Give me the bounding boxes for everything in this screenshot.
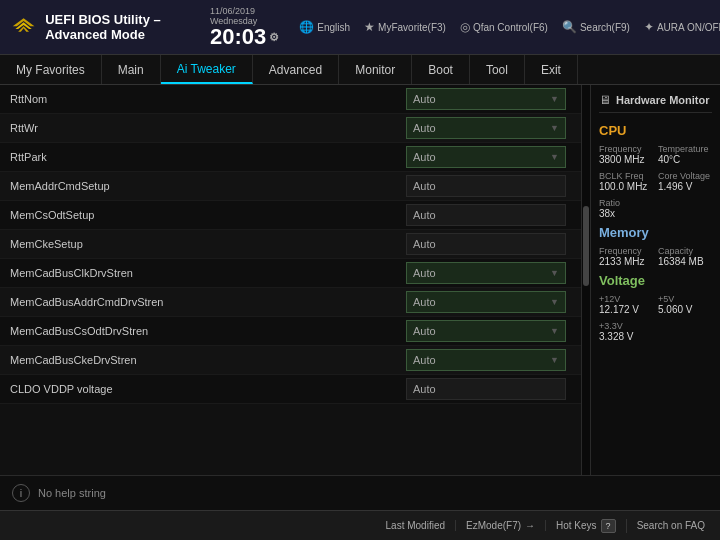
settings-panel: RttNom Auto ▼ RttWr Auto ▼ RttPark — [0, 85, 582, 475]
cpu-temp-label-cell: Temperature 40°C — [658, 144, 712, 165]
memcadcke-dropdown[interactable]: Auto ▼ — [406, 349, 566, 371]
setting-row-cldovddp: CLDO VDDP voltage Auto — [0, 375, 581, 404]
navigation-bar: My Favorites Main Ai Tweaker Advanced Mo… — [0, 55, 720, 85]
bottom-bar-inner: Last Modified EzMode(F7) → Hot Keys ? Se… — [0, 519, 720, 533]
time-value: 20:03 — [210, 26, 266, 48]
rttpark-label: RttPark — [10, 151, 406, 163]
nav-ai-tweaker[interactable]: Ai Tweaker — [161, 55, 253, 84]
dropdown-arrow: ▼ — [550, 94, 559, 104]
dropdown-arrow: ▼ — [550, 297, 559, 307]
setting-row-memcadaddrcmd: MemCadBusAddrCmdDrvStren Auto ▼ — [0, 288, 581, 317]
monitor-display-icon: 🖥 — [599, 93, 611, 107]
memaddrcmd-value: Auto — [406, 175, 571, 197]
memcadclk-label: MemCadBusClkDrvStren — [10, 267, 406, 279]
favorite-icon: ★ — [364, 20, 375, 34]
bclk-cell: BCLK Freq 100.0 MHz — [599, 171, 653, 192]
setting-row-memcsodt: MemCsOdtSetup Auto — [0, 201, 581, 230]
memcadcsodt-value[interactable]: Auto ▼ — [406, 320, 571, 342]
memcadaddrcmd-dropdown[interactable]: Auto ▼ — [406, 291, 566, 313]
cldovddp-value: Auto — [406, 378, 571, 400]
hotkeys-item[interactable]: Hot Keys ? — [546, 519, 627, 533]
memcadcke-value[interactable]: Auto ▼ — [406, 349, 571, 371]
nav-my-favorites[interactable]: My Favorites — [0, 55, 102, 84]
rttwr-label: RttWr — [10, 122, 406, 134]
bottom-bar: Last Modified EzMode(F7) → Hot Keys ? Se… — [0, 510, 720, 540]
memcadaddrcmd-label: MemCadBusAddrCmdDrvStren — [10, 296, 406, 308]
nav-monitor[interactable]: Monitor — [339, 55, 412, 84]
search-faq-item[interactable]: Search on FAQ — [627, 520, 715, 531]
setting-row-rttpark: RttPark Auto ▼ — [0, 143, 581, 172]
v33-cell: +3.3V 3.328 V — [599, 321, 712, 342]
memcke-value: Auto — [406, 233, 571, 255]
memcadcsodt-dropdown[interactable]: Auto ▼ — [406, 320, 566, 342]
dropdown-arrow: ▼ — [550, 123, 559, 133]
hw-monitor-title: Hardware Monitor — [616, 94, 710, 106]
setting-row-rttnom: RttNom Auto ▼ — [0, 85, 581, 114]
v5-cell: +5V 5.060 V — [658, 294, 712, 315]
time-display: 20:03 ⚙ — [210, 26, 279, 48]
cpu-freq-label-cell: Frequency 3800 MHz — [599, 144, 653, 165]
memcadclk-dropdown[interactable]: Auto ▼ — [406, 262, 566, 284]
mem-freq-cell: Frequency 2133 MHz — [599, 246, 653, 267]
voltage-grid: +12V 12.172 V +5V 5.060 V — [599, 294, 712, 315]
rttpark-dropdown[interactable]: Auto ▼ — [406, 146, 566, 168]
nav-advanced[interactable]: Advanced — [253, 55, 339, 84]
logo-area: UEFI BIOS Utility – Advanced Mode — [10, 12, 210, 42]
setting-row-memcadcsodt: MemCadBusCsOdtDrvStren Auto ▼ — [0, 317, 581, 346]
memcsodt-static: Auto — [406, 204, 566, 226]
scroll-thumb[interactable] — [583, 206, 589, 286]
shortcut-myfavorite[interactable]: ★ MyFavorite(F3) — [364, 20, 446, 34]
ezmode-item[interactable]: EzMode(F7) → — [456, 520, 546, 531]
rttpark-value[interactable]: Auto ▼ — [406, 146, 571, 168]
info-icon: i — [12, 484, 30, 502]
rttnom-dropdown[interactable]: Auto ▼ — [406, 88, 566, 110]
shortcut-english[interactable]: 🌐 English — [299, 20, 350, 34]
topbar-shortcuts: 🌐 English ★ MyFavorite(F3) ◎ Qfan Contro… — [299, 20, 720, 34]
memcadcke-label: MemCadBusCkeDrvStren — [10, 354, 406, 366]
ezmode-arrow-icon: → — [525, 520, 535, 531]
fan-icon: ◎ — [460, 20, 470, 34]
setting-row-memaddrcmd: MemAddrCmdSetup Auto — [0, 172, 581, 201]
memcke-static: Auto — [406, 233, 566, 255]
memaddrcmd-static: Auto — [406, 175, 566, 197]
nav-boot[interactable]: Boot — [412, 55, 470, 84]
scroll-track[interactable] — [582, 85, 590, 475]
nav-main[interactable]: Main — [102, 55, 161, 84]
asus-logo-icon — [10, 13, 37, 41]
datetime-area: 11/06/2019 Wednesday 20:03 ⚙ — [210, 6, 279, 48]
nav-exit[interactable]: Exit — [525, 55, 578, 84]
hw-monitor-header: 🖥 Hardware Monitor — [599, 93, 712, 113]
search-icon: 🔍 — [562, 20, 577, 34]
setting-row-memcadcke: MemCadBusCkeDrvStren Auto ▼ — [0, 346, 581, 375]
shortcut-aura[interactable]: ✦ AURA ON/OFF(F4) — [644, 20, 720, 34]
core-voltage-cell: Core Voltage 1.496 V — [658, 171, 712, 192]
cpu-bclk-voltage-grid: BCLK Freq 100.0 MHz Core Voltage 1.496 V — [599, 171, 712, 192]
memcadaddrcmd-value[interactable]: Auto ▼ — [406, 291, 571, 313]
dropdown-arrow: ▼ — [550, 152, 559, 162]
help-bar: i No help string — [0, 475, 720, 510]
rttnom-value[interactable]: Auto ▼ — [406, 88, 571, 110]
hotkeys-badge[interactable]: ? — [601, 519, 616, 533]
aura-icon: ✦ — [644, 20, 654, 34]
settings-gear-icon[interactable]: ⚙ — [269, 32, 279, 43]
memcsodt-label: MemCsOdtSetup — [10, 209, 406, 221]
v12-cell: +12V 12.172 V — [599, 294, 653, 315]
last-modified-item: Last Modified — [376, 520, 456, 531]
cpu-ratio-cell: Ratio 38x — [599, 198, 712, 219]
rttwr-value[interactable]: Auto ▼ — [406, 117, 571, 139]
nav-tool[interactable]: Tool — [470, 55, 525, 84]
shortcut-qfan[interactable]: ◎ Qfan Control(F6) — [460, 20, 548, 34]
memaddrcmd-label: MemAddrCmdSetup — [10, 180, 406, 192]
help-text: No help string — [38, 487, 106, 499]
rttnom-label: RttNom — [10, 93, 406, 105]
dropdown-arrow: ▼ — [550, 326, 559, 336]
cldovddp-static: Auto — [406, 378, 566, 400]
top-bar: UEFI BIOS Utility – Advanced Mode 11/06/… — [0, 0, 720, 55]
setting-row-memcke: MemCkeSetup Auto — [0, 230, 581, 259]
shortcut-search[interactable]: 🔍 Search(F9) — [562, 20, 630, 34]
rttwr-dropdown[interactable]: Auto ▼ — [406, 117, 566, 139]
memory-section-title: Memory — [599, 225, 712, 240]
cpu-section-title: CPU — [599, 123, 712, 138]
memcke-label: MemCkeSetup — [10, 238, 406, 250]
memcadclk-value[interactable]: Auto ▼ — [406, 262, 571, 284]
